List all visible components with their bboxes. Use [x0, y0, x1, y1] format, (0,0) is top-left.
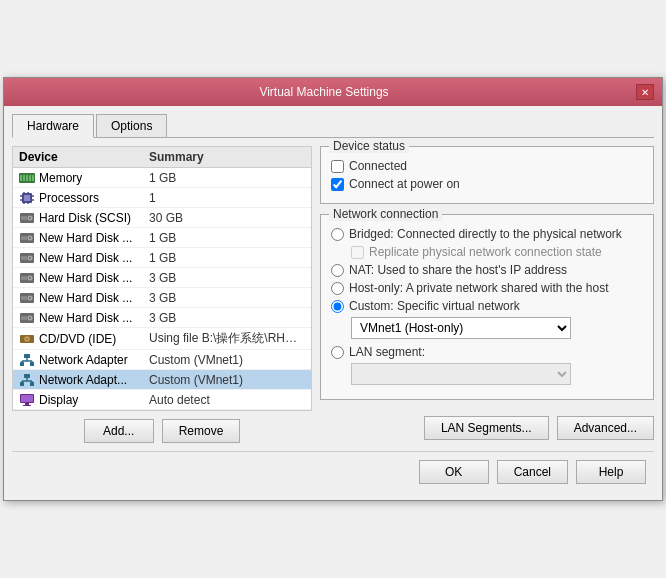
network-action-buttons: LAN Segments... Advanced...	[320, 416, 654, 440]
svg-rect-3	[26, 175, 28, 181]
svg-rect-5	[32, 175, 34, 181]
table-row[interactable]: New Hard Disk ... 1 GB	[13, 228, 311, 248]
connected-label: Connected	[349, 159, 407, 173]
device-summary-new-harddisk-4: 3 GB	[149, 291, 305, 305]
svg-rect-50	[24, 374, 30, 378]
main-content: Device Summary	[12, 146, 654, 443]
replicate-label: Replicate physical network connection st…	[369, 245, 602, 259]
table-row[interactable]: Network Adapt... Custom (VMnet1)	[13, 370, 311, 390]
display-icon	[19, 393, 35, 407]
device-table: Device Summary	[12, 146, 312, 411]
table-row[interactable]: New Hard Disk ... 3 GB	[13, 308, 311, 328]
nat-label: NAT: Used to share the host's IP address	[349, 263, 567, 277]
device-name-new-harddisk-4: New Hard Disk ...	[39, 291, 132, 305]
lan-segment-radio[interactable]	[331, 346, 344, 359]
harddisk-icon	[19, 231, 35, 245]
device-summary-new-harddisk-5: 3 GB	[149, 311, 305, 325]
device-summary-harddisk-scsi: 30 GB	[149, 211, 305, 225]
svg-point-22	[29, 237, 31, 239]
table-row[interactable]: New Hard Disk ... 1 GB	[13, 248, 311, 268]
lan-segment-select[interactable]	[351, 363, 571, 385]
device-name-harddisk-scsi: Hard Disk (SCSI)	[39, 211, 131, 225]
device-name-display: Display	[39, 393, 78, 407]
svg-rect-51	[20, 382, 24, 386]
tab-options[interactable]: Options	[96, 114, 167, 137]
network-icon	[19, 373, 35, 387]
cancel-button[interactable]: Cancel	[497, 460, 568, 484]
replicate-row: Replicate physical network connection st…	[351, 245, 643, 259]
device-summary-network-adapter-2: Custom (VMnet1)	[149, 373, 305, 387]
table-row[interactable]: Hard Disk (SCSI) 30 GB	[13, 208, 311, 228]
svg-rect-27	[21, 256, 27, 260]
network-icon	[19, 353, 35, 367]
replicate-checkbox[interactable]	[351, 246, 364, 259]
device-status-title: Device status	[329, 139, 409, 153]
custom-row: Custom: Specific virtual network	[331, 299, 643, 313]
processor-icon	[19, 191, 35, 205]
custom-network-select[interactable]: VMnet1 (Host-only) VMnet0 (Bridged) VMne…	[351, 317, 571, 339]
header-device: Device	[19, 150, 149, 164]
bridged-label: Bridged: Connected directly to the physi…	[349, 227, 622, 241]
nat-radio[interactable]	[331, 264, 344, 277]
host-only-radio[interactable]	[331, 282, 344, 295]
device-name-processors: Processors	[39, 191, 99, 205]
device-summary-cddvd: Using file B:\操作系统\RHEL...	[149, 330, 299, 347]
device-summary-new-harddisk-3: 3 GB	[149, 271, 305, 285]
virtual-machine-settings-window: Virtual Machine Settings ✕ Hardware Opti…	[3, 77, 663, 501]
device-name-cddvd: CD/DVD (IDE)	[39, 332, 116, 346]
svg-rect-35	[21, 296, 27, 300]
advanced-button[interactable]: Advanced...	[557, 416, 654, 440]
help-button[interactable]: Help	[576, 460, 646, 484]
bridged-row: Bridged: Connected directly to the physi…	[331, 227, 643, 241]
connected-checkbox[interactable]	[331, 160, 344, 173]
cddvd-icon	[19, 332, 35, 346]
harddisk-icon	[19, 271, 35, 285]
table-row[interactable]: New Hard Disk ... 3 GB	[13, 268, 311, 288]
svg-rect-43	[24, 354, 30, 358]
add-button[interactable]: Add...	[84, 419, 154, 443]
left-panel: Device Summary	[12, 146, 312, 443]
lan-segments-button[interactable]: LAN Segments...	[424, 416, 549, 440]
svg-rect-23	[21, 236, 27, 240]
host-only-row: Host-only: A private network shared with…	[331, 281, 643, 295]
remove-button[interactable]: Remove	[162, 419, 241, 443]
svg-rect-19	[21, 216, 27, 220]
device-table-header: Device Summary	[13, 147, 311, 168]
harddisk-icon	[19, 251, 35, 265]
connect-at-power-on-checkbox[interactable]	[331, 178, 344, 191]
svg-rect-52	[30, 382, 34, 386]
device-name-memory: Memory	[39, 171, 82, 185]
connect-at-power-on-row: Connect at power on	[331, 177, 643, 191]
table-row[interactable]: Network Adapter Custom (VMnet1)	[13, 350, 311, 370]
svg-point-42	[26, 338, 28, 340]
table-row[interactable]: Processors 1	[13, 188, 311, 208]
close-button[interactable]: ✕	[636, 84, 654, 100]
svg-point-18	[29, 217, 31, 219]
device-name-network-adapter-2: Network Adapt...	[39, 373, 127, 387]
tab-bar: Hardware Options	[12, 114, 654, 138]
right-panel: Device status Connected Connect at power…	[320, 146, 654, 443]
device-summary-memory: 1 GB	[149, 171, 305, 185]
svg-rect-45	[30, 362, 34, 366]
svg-point-26	[29, 257, 31, 259]
title-bar: Virtual Machine Settings ✕	[4, 78, 662, 106]
ok-button[interactable]: OK	[419, 460, 489, 484]
table-row[interactable]: New Hard Disk ... 3 GB	[13, 288, 311, 308]
bridged-radio[interactable]	[331, 228, 344, 241]
custom-radio[interactable]	[331, 300, 344, 313]
network-connection-title: Network connection	[329, 207, 442, 221]
svg-rect-39	[21, 316, 27, 320]
device-name-new-harddisk-3: New Hard Disk ...	[39, 271, 132, 285]
device-name-new-harddisk-2: New Hard Disk ...	[39, 251, 132, 265]
memory-icon	[19, 171, 35, 185]
svg-rect-59	[25, 403, 29, 405]
table-row[interactable]: Display Auto detect	[13, 390, 311, 410]
svg-rect-60	[23, 405, 31, 406]
device-name-new-harddisk-5: New Hard Disk ...	[39, 311, 132, 325]
table-row[interactable]: Memory 1 GB	[13, 168, 311, 188]
harddisk-icon	[19, 211, 35, 225]
table-row[interactable]: CD/DVD (IDE) Using file B:\操作系统\RHEL...	[13, 328, 311, 350]
svg-rect-44	[20, 362, 24, 366]
tab-hardware[interactable]: Hardware	[12, 114, 94, 138]
lan-segment-label: LAN segment:	[349, 345, 425, 359]
